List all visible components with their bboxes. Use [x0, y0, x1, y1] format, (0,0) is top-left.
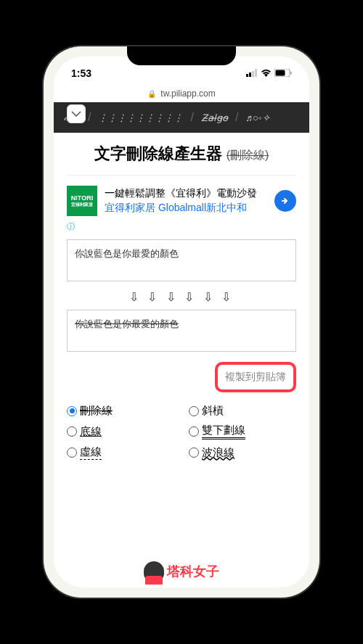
option-strikethrough[interactable]: 刪除線	[67, 404, 174, 418]
ad-logo: NITORI 宜得利家居	[67, 186, 97, 216]
nav-separator: /	[88, 111, 91, 124]
svg-rect-3	[255, 69, 257, 77]
option-double-underline[interactable]: 雙下劃線	[189, 424, 296, 439]
svg-rect-1	[249, 73, 251, 77]
option-underline[interactable]: 底線	[67, 424, 174, 439]
collapse-button[interactable]	[67, 104, 86, 123]
ad-info-icon[interactable]: ⓘ	[67, 221, 75, 232]
avatar-icon	[144, 561, 164, 582]
output-box[interactable]: 你說藍色是你最愛的顏色	[67, 310, 296, 352]
radio-icon	[67, 447, 77, 458]
chevron-down-icon	[71, 111, 81, 117]
radio-icon	[67, 406, 77, 416]
svg-rect-5	[276, 70, 285, 76]
page-title: 文字刪除線產生器 (刪除線)	[67, 143, 296, 165]
copy-button[interactable]: 複製到剪貼簿	[215, 362, 296, 392]
radio-icon	[189, 426, 199, 437]
signal-icon	[246, 67, 258, 79]
browser-url-bar[interactable]: 🔒 tw.piliapp.com	[54, 86, 309, 102]
ad-headline: 一鍵輕鬆調整《宜得利》電動沙發	[105, 186, 267, 201]
svg-rect-6	[290, 72, 292, 75]
status-indicators	[246, 67, 292, 79]
wifi-icon	[261, 67, 272, 79]
style-tabs: 𝒸𝑜𝑜𝓁 / ⋮⋮⋮⋮⋮⋮⋮⋮⋮ / Z̴a̴l̴g̴o̴ / ♬○◦✧	[54, 102, 309, 133]
nav-separator: /	[235, 111, 238, 124]
tab-bars[interactable]: ⋮⋮⋮⋮⋮⋮⋮⋮⋮	[98, 112, 183, 123]
option-wavy[interactable]: 波浪線	[189, 445, 296, 460]
radio-icon	[67, 426, 77, 437]
svg-rect-0	[246, 74, 248, 77]
arrow-divider: ⇩ ⇩ ⇩ ⇩ ⇩ ⇩	[67, 290, 296, 304]
lock-icon: 🔒	[147, 90, 156, 98]
option-slash[interactable]: 斜槓	[189, 404, 296, 418]
page-subtitle: (刪除線)	[227, 149, 269, 161]
footer-brand[interactable]: 塔科女子	[144, 561, 219, 582]
phone-frame: 1:53 🔒 tw.piliapp.com 𝒸𝑜𝑜𝓁	[44, 46, 319, 598]
ad-nav-icon[interactable]	[270, 186, 301, 216]
ad-banner[interactable]: NITORI 宜得利家居 一鍵輕鬆調整《宜得利》電動沙發 宜得利家居 Globa…	[67, 175, 296, 226]
input-textarea[interactable]	[67, 239, 296, 281]
battery-icon	[274, 67, 292, 79]
radio-icon	[189, 406, 199, 416]
phone-screen: 1:53 🔒 tw.piliapp.com 𝒸𝑜𝑜𝓁	[54, 57, 309, 587]
tab-zalgo[interactable]: Z̴a̴l̴g̴o̴	[201, 112, 228, 123]
status-time: 1:53	[71, 67, 91, 79]
main-content: 文字刪除線產生器 (刪除線) NITORI 宜得利家居 一鍵輕鬆調整《宜得利》電…	[54, 133, 309, 587]
ad-text: 一鍵輕鬆調整《宜得利》電動沙發 宜得利家居 Globalmall新北中和	[105, 186, 267, 215]
svg-rect-2	[252, 71, 254, 77]
url-domain: tw.piliapp.com	[160, 88, 215, 99]
nav-separator: /	[190, 111, 193, 124]
ad-link[interactable]: 宜得利家居 Globalmall新北中和	[105, 201, 267, 215]
style-options: 刪除線 斜槓 底線 雙下劃線 虛線	[67, 404, 296, 460]
option-dashed[interactable]: 虛線	[67, 445, 174, 460]
radio-icon	[189, 447, 199, 458]
tab-symbols[interactable]: ♬○◦✧	[245, 112, 269, 123]
notch	[127, 46, 236, 65]
